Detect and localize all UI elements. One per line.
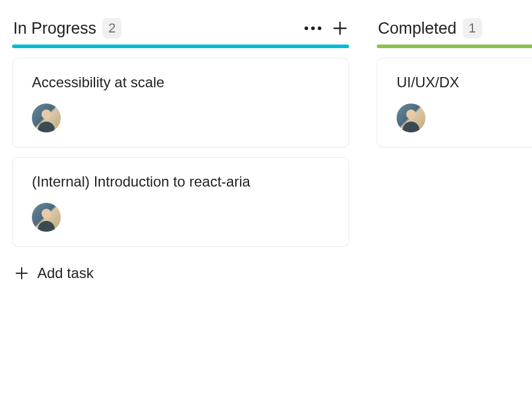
column-completed: Completed 1 UI/UX/DX [377, 18, 532, 290]
task-title: Accessibility at scale [32, 73, 329, 91]
column-color-bar [12, 45, 349, 48]
column-header: In Progress 2 [12, 18, 349, 45]
column-color-bar [377, 45, 532, 48]
task-count-badge: 2 [102, 18, 122, 39]
column-title: In Progress [13, 19, 96, 38]
task-card[interactable]: (Internal) Introduction to react-aria [12, 157, 349, 247]
kanban-board: In Progress 2 Accessibility at scale [12, 18, 532, 290]
assignee-avatar[interactable] [32, 203, 61, 232]
task-count-badge: 1 [463, 18, 482, 39]
task-card[interactable]: Accessibility at scale [12, 58, 349, 147]
task-card[interactable]: UI/UX/DX [377, 58, 532, 147]
assignee-avatar[interactable] [32, 104, 61, 132]
task-title: (Internal) Introduction to react-aria [32, 172, 329, 191]
column-header: Completed 1 [377, 18, 532, 45]
more-options-icon[interactable] [305, 26, 321, 30]
add-task-button[interactable]: Add task [12, 256, 349, 290]
add-task-icon[interactable] [332, 20, 348, 36]
column-actions [305, 20, 348, 36]
assignee-avatar[interactable] [397, 104, 425, 132]
add-task-label: Add task [37, 265, 93, 282]
task-title: UI/UX/DX [397, 73, 525, 91]
column-title: Completed [378, 19, 457, 38]
column-in-progress: In Progress 2 Accessibility at scale [12, 18, 349, 290]
